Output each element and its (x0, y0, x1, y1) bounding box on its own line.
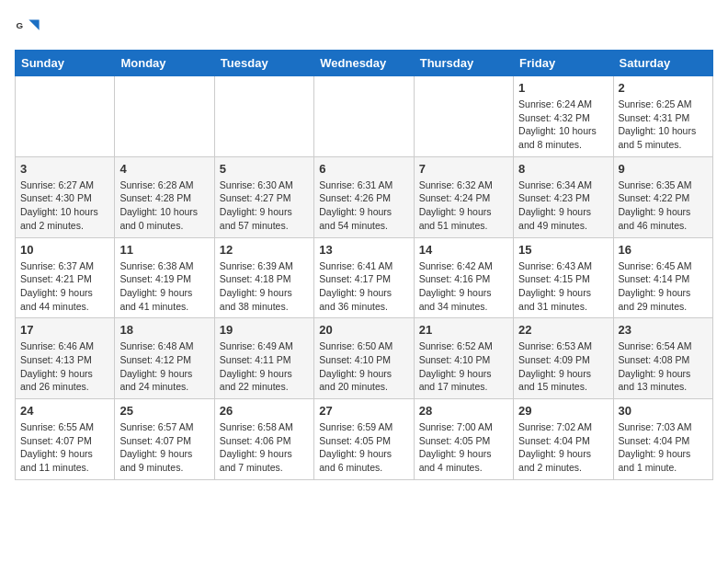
day-info: Sunrise: 6:32 AM Sunset: 4:24 PM Dayligh… (419, 178, 508, 233)
day-info: Sunrise: 6:49 AM Sunset: 4:11 PM Dayligh… (220, 339, 309, 394)
day-info: Sunrise: 6:42 AM Sunset: 4:16 PM Dayligh… (419, 259, 508, 314)
day-info: Sunrise: 7:03 AM Sunset: 4:04 PM Dayligh… (619, 420, 708, 475)
day-info: Sunrise: 7:02 AM Sunset: 4:04 PM Dayligh… (518, 420, 608, 475)
day-header-thursday: Thursday (414, 51, 513, 76)
calendar-cell: 30Sunrise: 7:03 AM Sunset: 4:04 PM Dayli… (613, 399, 712, 480)
calendar-week-row: 17Sunrise: 6:46 AM Sunset: 4:13 PM Dayli… (16, 318, 713, 399)
day-header-tuesday: Tuesday (214, 51, 313, 76)
day-number: 20 (319, 323, 408, 337)
calendar-table: SundayMondayTuesdayWednesdayThursdayFrid… (15, 50, 713, 480)
day-number: 9 (619, 162, 708, 176)
day-info: Sunrise: 6:34 AM Sunset: 4:23 PM Dayligh… (518, 178, 608, 233)
calendar-cell: 11Sunrise: 6:38 AM Sunset: 4:19 PM Dayli… (115, 237, 214, 318)
day-number: 2 (619, 81, 708, 95)
day-info: Sunrise: 6:52 AM Sunset: 4:10 PM Dayligh… (419, 339, 508, 394)
calendar-cell: 18Sunrise: 6:48 AM Sunset: 4:12 PM Dayli… (115, 318, 214, 399)
day-number: 29 (518, 404, 608, 418)
calendar-cell: 29Sunrise: 7:02 AM Sunset: 4:04 PM Dayli… (514, 399, 613, 480)
day-number: 21 (419, 323, 508, 337)
day-info: Sunrise: 6:57 AM Sunset: 4:07 PM Dayligh… (119, 420, 209, 475)
day-number: 15 (518, 243, 608, 257)
day-info: Sunrise: 6:48 AM Sunset: 4:12 PM Dayligh… (119, 339, 209, 394)
day-number: 8 (518, 162, 608, 176)
day-info: Sunrise: 6:25 AM Sunset: 4:31 PM Dayligh… (619, 98, 708, 152)
day-info: Sunrise: 6:50 AM Sunset: 4:10 PM Dayligh… (319, 339, 408, 394)
day-header-saturday: Saturday (613, 51, 712, 76)
day-info: Sunrise: 6:38 AM Sunset: 4:19 PM Dayligh… (119, 259, 209, 314)
calendar-cell: 10Sunrise: 6:37 AM Sunset: 4:21 PM Dayli… (16, 237, 115, 318)
calendar-cell: 14Sunrise: 6:42 AM Sunset: 4:16 PM Dayli… (414, 237, 513, 318)
calendar-cell: 2Sunrise: 6:25 AM Sunset: 4:31 PM Daylig… (613, 76, 712, 157)
day-number: 26 (220, 404, 309, 418)
calendar-cell: 27Sunrise: 6:59 AM Sunset: 4:05 PM Dayli… (314, 399, 414, 480)
day-number: 18 (119, 323, 209, 337)
day-info: Sunrise: 6:55 AM Sunset: 4:07 PM Dayligh… (20, 420, 109, 475)
calendar-cell: 25Sunrise: 6:57 AM Sunset: 4:07 PM Dayli… (115, 399, 214, 480)
day-number: 12 (220, 243, 309, 257)
calendar-cell: 23Sunrise: 6:54 AM Sunset: 4:08 PM Dayli… (613, 318, 712, 399)
calendar-week-row: 24Sunrise: 6:55 AM Sunset: 4:07 PM Dayli… (16, 399, 713, 480)
calendar-cell: 20Sunrise: 6:50 AM Sunset: 4:10 PM Dayli… (314, 318, 414, 399)
day-number: 3 (20, 162, 109, 176)
day-info: Sunrise: 6:30 AM Sunset: 4:27 PM Dayligh… (220, 178, 309, 233)
calendar-week-row: 10Sunrise: 6:37 AM Sunset: 4:21 PM Dayli… (16, 237, 713, 318)
day-number: 28 (419, 404, 508, 418)
day-number: 27 (319, 404, 408, 418)
calendar-cell (214, 76, 313, 157)
day-info: Sunrise: 6:46 AM Sunset: 4:13 PM Dayligh… (20, 339, 109, 394)
day-info: Sunrise: 6:43 AM Sunset: 4:15 PM Dayligh… (518, 259, 608, 314)
calendar-cell (16, 76, 115, 157)
day-header-wednesday: Wednesday (314, 51, 414, 76)
day-number: 22 (518, 323, 608, 337)
day-number: 7 (419, 162, 508, 176)
day-number: 6 (319, 162, 408, 176)
day-header-monday: Monday (115, 51, 214, 76)
calendar-cell: 5Sunrise: 6:30 AM Sunset: 4:27 PM Daylig… (214, 156, 313, 237)
day-info: Sunrise: 6:58 AM Sunset: 4:06 PM Dayligh… (220, 420, 309, 475)
logo: G (15, 15, 44, 40)
day-info: Sunrise: 6:39 AM Sunset: 4:18 PM Dayligh… (220, 259, 309, 314)
day-number: 19 (220, 323, 309, 337)
day-number: 23 (619, 323, 708, 337)
calendar-cell: 21Sunrise: 6:52 AM Sunset: 4:10 PM Dayli… (414, 318, 513, 399)
day-number: 25 (119, 404, 209, 418)
day-header-friday: Friday (514, 51, 613, 76)
calendar-cell: 17Sunrise: 6:46 AM Sunset: 4:13 PM Dayli… (16, 318, 115, 399)
day-info: Sunrise: 6:59 AM Sunset: 4:05 PM Dayligh… (319, 420, 408, 475)
calendar-cell (314, 76, 414, 157)
calendar-cell: 22Sunrise: 6:53 AM Sunset: 4:09 PM Dayli… (514, 318, 613, 399)
svg-marker-1 (28, 20, 39, 30)
day-info: Sunrise: 6:35 AM Sunset: 4:22 PM Dayligh… (619, 178, 708, 233)
calendar-cell (414, 76, 513, 157)
day-info: Sunrise: 6:24 AM Sunset: 4:32 PM Dayligh… (518, 98, 608, 152)
day-info: Sunrise: 6:27 AM Sunset: 4:30 PM Dayligh… (20, 178, 109, 233)
calendar-cell: 7Sunrise: 6:32 AM Sunset: 4:24 PM Daylig… (414, 156, 513, 237)
day-info: Sunrise: 6:28 AM Sunset: 4:28 PM Dayligh… (119, 178, 209, 233)
calendar-cell: 4Sunrise: 6:28 AM Sunset: 4:28 PM Daylig… (115, 156, 214, 237)
calendar-cell: 1Sunrise: 6:24 AM Sunset: 4:32 PM Daylig… (514, 76, 613, 157)
calendar-cell: 12Sunrise: 6:39 AM Sunset: 4:18 PM Dayli… (214, 237, 313, 318)
calendar-cell: 6Sunrise: 6:31 AM Sunset: 4:26 PM Daylig… (314, 156, 414, 237)
day-info: Sunrise: 7:00 AM Sunset: 4:05 PM Dayligh… (419, 420, 508, 475)
calendar-cell (115, 76, 214, 157)
day-number: 14 (419, 243, 508, 257)
calendar-cell: 24Sunrise: 6:55 AM Sunset: 4:07 PM Dayli… (16, 399, 115, 480)
day-number: 13 (319, 243, 408, 257)
day-number: 11 (119, 243, 209, 257)
day-info: Sunrise: 6:45 AM Sunset: 4:14 PM Dayligh… (619, 259, 708, 314)
calendar-cell: 9Sunrise: 6:35 AM Sunset: 4:22 PM Daylig… (613, 156, 712, 237)
calendar-cell: 26Sunrise: 6:58 AM Sunset: 4:06 PM Dayli… (214, 399, 313, 480)
calendar-cell: 19Sunrise: 6:49 AM Sunset: 4:11 PM Dayli… (214, 318, 313, 399)
calendar-cell: 16Sunrise: 6:45 AM Sunset: 4:14 PM Dayli… (613, 237, 712, 318)
page-header: G (15, 15, 713, 40)
day-number: 17 (20, 323, 109, 337)
calendar-header-row: SundayMondayTuesdayWednesdayThursdayFrid… (16, 51, 713, 76)
day-number: 4 (119, 162, 209, 176)
logo-icon: G (15, 15, 40, 40)
day-info: Sunrise: 6:54 AM Sunset: 4:08 PM Dayligh… (619, 339, 708, 394)
day-number: 24 (20, 404, 109, 418)
day-info: Sunrise: 6:41 AM Sunset: 4:17 PM Dayligh… (319, 259, 408, 314)
calendar-cell: 13Sunrise: 6:41 AM Sunset: 4:17 PM Dayli… (314, 237, 414, 318)
calendar-cell: 8Sunrise: 6:34 AM Sunset: 4:23 PM Daylig… (514, 156, 613, 237)
day-number: 30 (619, 404, 708, 418)
